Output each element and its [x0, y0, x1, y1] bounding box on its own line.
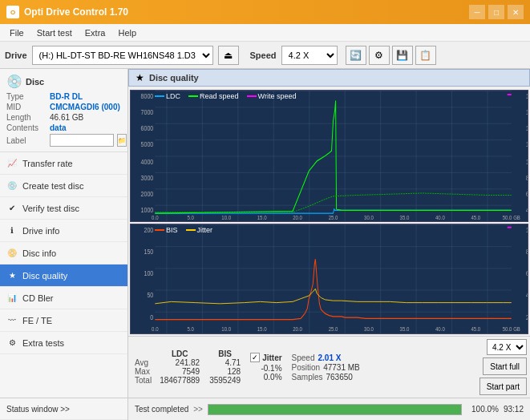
- contents-value: data: [50, 123, 67, 132]
- sidebar-item-label: Extra tests: [22, 338, 64, 348]
- svg-text:3000: 3000: [141, 174, 154, 182]
- status-window-label: Status window >>: [6, 405, 70, 414]
- progress-bar-fill: [208, 405, 461, 414]
- sidebar-item-disc-info[interactable]: 📀 Disc info: [0, 242, 127, 265]
- start-part-button[interactable]: Start part: [479, 378, 527, 395]
- length-label: Length: [6, 113, 47, 122]
- save-button[interactable]: 📋: [415, 46, 436, 65]
- bis-label: BIS: [166, 226, 178, 234]
- menu-help[interactable]: Help: [111, 26, 143, 39]
- svg-text:6X: 6X: [526, 190, 528, 198]
- sidebar-item-label: FE / TE: [22, 316, 52, 325]
- type-label: Type: [6, 92, 47, 101]
- jitter-checkbox[interactable]: ✓: [250, 353, 260, 362]
- svg-text:8%: 8%: [526, 248, 528, 256]
- svg-text:1000: 1000: [141, 206, 154, 214]
- close-button[interactable]: ✕: [508, 5, 524, 19]
- status-text: Test completed: [135, 405, 188, 414]
- svg-text:4X: 4X: [526, 206, 528, 214]
- top-chart-legend: LDC Read speed Write speed: [155, 92, 296, 100]
- svg-text:150: 150: [144, 248, 154, 256]
- menu-start-test[interactable]: Start test: [30, 26, 79, 39]
- svg-text:8000: 8000: [141, 92, 154, 100]
- refresh-button[interactable]: 🔄: [346, 46, 366, 65]
- bottom-status-bar: Test completed >> 100.0% 93:12: [128, 398, 530, 420]
- sidebar-item-label: Create test disc: [22, 181, 83, 191]
- length-value: 46.61 GB: [50, 113, 83, 122]
- svg-text:20.0: 20.0: [293, 214, 302, 220]
- info-button[interactable]: 💾: [392, 46, 413, 65]
- svg-text:40.0: 40.0: [435, 214, 445, 220]
- read-speed-label: Read speed: [200, 92, 239, 100]
- speed-select[interactable]: 4.2 X Max 8 X 12 X: [281, 46, 338, 65]
- speed-value: 2.01 X: [318, 353, 342, 362]
- max-label: Max: [131, 367, 155, 376]
- disc-section-title: Disc: [26, 77, 44, 87]
- sidebar-item-transfer-rate[interactable]: 📈 Transfer rate: [0, 152, 127, 175]
- eject-button[interactable]: ⏏: [218, 46, 239, 65]
- svg-text:35.0: 35.0: [400, 214, 410, 220]
- verify-test-disc-icon: ✔: [6, 203, 18, 214]
- svg-text:45.0: 45.0: [471, 326, 480, 333]
- maximize-button[interactable]: □: [488, 5, 504, 19]
- menu-file[interactable]: File: [3, 26, 30, 39]
- start-buttons-section: 4.2 X Max 8 X Start full Start part: [479, 339, 527, 395]
- sidebar-item-label: CD Bler: [22, 293, 54, 303]
- label-input[interactable]: [50, 134, 114, 147]
- drive-toolbar-icons: 🔄 ⚙ 💾 📋: [346, 46, 436, 65]
- sidebar-item-create-test-disc[interactable]: 💿 Create test disc: [0, 175, 127, 197]
- minimize-button[interactable]: ─: [469, 5, 485, 19]
- svg-text:5.0: 5.0: [188, 326, 195, 333]
- sidebar-item-cd-bler[interactable]: 📊 CD Bler: [0, 287, 127, 309]
- svg-text:8X: 8X: [526, 174, 528, 182]
- sidebar-item-label: Transfer rate: [22, 159, 73, 168]
- status-chevron[interactable]: >>: [193, 405, 203, 414]
- svg-text:25.0: 25.0: [329, 214, 338, 220]
- svg-text:4000: 4000: [141, 158, 154, 166]
- bis-legend: BIS: [155, 226, 178, 234]
- bottom-chart-legend: BIS Jitter: [155, 226, 212, 234]
- disc-info-icon: 📀: [6, 248, 18, 259]
- svg-text:5.0: 5.0: [188, 214, 195, 220]
- svg-text:100: 100: [144, 270, 154, 278]
- svg-text:0.0: 0.0: [152, 326, 159, 333]
- svg-text:2%: 2%: [526, 313, 528, 321]
- sidebar-item-label: Drive info: [22, 226, 59, 236]
- mid-value: CMCMAGDI6 (000): [50, 103, 120, 111]
- drive-label: Drive: [5, 50, 27, 60]
- disc-quality-title: Disc quality: [149, 73, 199, 83]
- read-speed-legend: Read speed: [188, 92, 239, 100]
- disc-type-field: Type BD-R DL: [6, 92, 121, 101]
- sidebar-item-fe-te[interactable]: 〰 FE / TE: [0, 309, 127, 332]
- ldc-avg: 241.82: [155, 358, 204, 367]
- app-title: Opti Drive Control 1.70: [24, 6, 128, 18]
- sidebar-item-drive-info[interactable]: ℹ Drive info: [0, 220, 127, 242]
- bottom-chart: BIS Jitter 200 150 100 50 0: [130, 224, 528, 334]
- sidebar-item-verify-test-disc[interactable]: ✔ Verify test disc: [0, 197, 127, 220]
- status-window-toggle[interactable]: Status window >>: [0, 398, 127, 420]
- ldc-max: 7549: [155, 367, 204, 376]
- disc-quality-header: ★ Disc quality: [128, 69, 530, 87]
- settings-button[interactable]: ⚙: [369, 46, 390, 65]
- ldc-legend: LDC: [155, 92, 180, 100]
- svg-text:10.0: 10.0: [221, 326, 231, 333]
- svg-text:0.0: 0.0: [152, 214, 159, 220]
- start-speed-select[interactable]: 4.2 X Max 8 X: [487, 339, 527, 355]
- speed-position-section: Speed 2.01 X Position 47731 MB Samples 7…: [292, 353, 360, 382]
- svg-text:2000: 2000: [141, 190, 154, 198]
- sidebar: 💿 Disc Type BD-R DL MID CMCMAGDI6 (000) …: [0, 69, 128, 420]
- stats-table: LDC BIS Avg 241.82 4.71 Max 7549 128 Tot…: [131, 349, 245, 385]
- avg-label: Avg: [131, 358, 155, 367]
- disc-contents-field: Contents data: [6, 123, 121, 132]
- progress-pct: 100.0%: [467, 405, 499, 414]
- menu-extra[interactable]: Extra: [79, 26, 112, 39]
- right-panel: ★ Disc quality LDC Read speed Write spee…: [128, 69, 530, 420]
- drive-select[interactable]: (H:) HL-DT-ST BD-RE WH16NS48 1.D3: [32, 46, 213, 65]
- sidebar-item-disc-quality[interactable]: ★ Disc quality: [0, 265, 127, 287]
- start-full-button[interactable]: Start full: [483, 357, 527, 375]
- label-browse-button[interactable]: 📁: [117, 134, 127, 147]
- app-icon: O: [6, 6, 19, 18]
- svg-text:7000: 7000: [141, 108, 154, 116]
- sidebar-item-extra-tests[interactable]: ⚙ Extra tests: [0, 332, 127, 354]
- progress-bar-container: [208, 404, 462, 415]
